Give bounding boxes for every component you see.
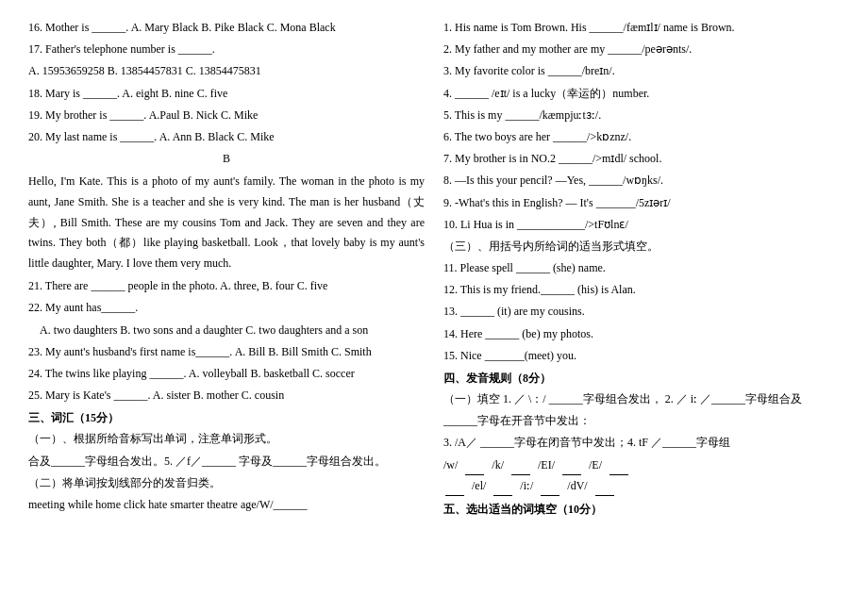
section4-title: 四、发音规则（8分）	[443, 371, 840, 387]
q22-text: My aunt has______.	[45, 301, 138, 314]
section4-sub1-cont: ______字母在开音节中发出：	[443, 412, 840, 430]
phonetic-iz: /iː/	[520, 477, 533, 495]
q17: 17. Father's telephone number is ______.	[28, 41, 425, 58]
q16-num: 16.	[28, 21, 42, 34]
section3-title-text: 三、词汇（15分）	[28, 411, 119, 424]
paragraph-text: Hello, I'm Kate. This is a photo of my a…	[28, 174, 425, 269]
q17-num: 17.	[28, 42, 42, 56]
rq8: 8. —Is this your pencil? —Yes, ______/wɒ…	[443, 172, 840, 190]
rq4-text: 4. ______ /eɪt/ is a lucky（幸运的）number.	[443, 87, 649, 100]
blank-k	[511, 456, 530, 475]
section3-line1-text: 合及______字母组合发出。5. ／f／______ 字母及______字母组…	[28, 455, 386, 468]
rq10-note: （三）、用括号内所给词的适当形式填空。	[443, 238, 840, 256]
q18-num: 18.	[28, 87, 42, 100]
rq1: 1. His name is Tom Brown. His ______/fæm…	[443, 19, 840, 37]
q17-options: A. 15953659258 B. 13854457831 C. 1385447…	[28, 62, 425, 80]
q18: 18. Mary is ______. A. eight B. nine C. …	[28, 85, 425, 103]
blank-iz	[541, 477, 559, 496]
q16-text: Mother is ______. A. Mary Black B. Pike …	[45, 21, 336, 34]
section3-words: meeting while home click hate smarter th…	[28, 496, 425, 514]
q19-text: My brother is ______. A.Paul B. Nick C. …	[45, 108, 258, 122]
q19-num: 19.	[28, 108, 42, 122]
rq7: 7. My brother is in NO.2 ______/>mɪdl/ s…	[443, 150, 840, 168]
rq11: 11. Please spell ______ (she) name.	[443, 259, 840, 277]
blank1	[445, 477, 464, 496]
rq15: 15. Nice _______(meet) you.	[443, 347, 840, 365]
rq6-text: 6. The two boys are her ______/>kɒznz/.	[443, 130, 631, 143]
rq6: 6. The two boys are her ______/>kɒznz/.	[443, 128, 840, 146]
rq10-note-text: （三）、用括号内所给词的适当形式填空。	[443, 240, 659, 253]
section4-title-text: 四、发音规则（8分）	[443, 372, 551, 385]
rq10-text: 10. Li Hua is in ____________/>tFʊlnɛ/	[443, 218, 628, 231]
phonetics-row2: /el/ /iː/ /dV/	[443, 477, 840, 496]
left-column: 16. Mother is ______. A. Mary Black B. P…	[28, 19, 425, 521]
section4-sub2-text: 3. /A／ ______字母在闭音节中发出；4. tF ／______字母组	[443, 436, 730, 449]
q16: 16. Mother is ______. A. Mary Black B. P…	[28, 19, 425, 37]
section3-sub2: （二）将单词按划线部分的发音归类。	[28, 474, 425, 492]
phonetic-ei: /EI/	[538, 456, 555, 474]
q24-text: The twins like playing ______. A. volley…	[45, 367, 355, 380]
q23: 23. My aunt's husband's first name is___…	[28, 343, 425, 361]
rq4: 4. ______ /eɪt/ is a lucky（幸运的）number.	[443, 85, 840, 103]
rq2-text: 2. My father and my mother are my ______…	[443, 42, 692, 56]
rq8-text: 8. —Is this your pencil? —Yes, ______/wɒ…	[443, 174, 663, 187]
q21-text: There are ______ people in the photo. A.…	[45, 279, 328, 292]
q23-text: My aunt's husband's first name is______.…	[45, 345, 372, 358]
q24-num: 24.	[28, 367, 42, 380]
phonetic-w: /w/	[443, 456, 458, 474]
section3-sub2-text: （二）将单词按划线部分的发音归类。	[28, 476, 221, 489]
q17-text: Father's telephone number is ______.	[45, 42, 215, 56]
section5-title-text: 五、选出适当的词填空（10分）	[443, 503, 602, 516]
blank-dv	[595, 477, 614, 496]
q18-text: Mary is ______. A. eight B. nine C. five	[45, 87, 227, 100]
section4-sub2: 3. /A／ ______字母在闭音节中发出；4. tF ／______字母组	[443, 434, 840, 452]
rq12: 12. This is my friend.______ (his) is Al…	[443, 281, 840, 299]
section5-title: 五、选出适当的词填空（10分）	[443, 502, 840, 518]
section4-sub1-cont-text: ______字母在开音节中发出：	[443, 414, 591, 427]
rq2: 2. My father and my mother are my ______…	[443, 41, 840, 58]
section3-line1: 合及______字母组合发出。5. ／f／______ 字母及______字母组…	[28, 453, 425, 471]
rq5: 5. This is my ______/kæmpjuːtɜː/.	[443, 107, 840, 124]
q21-num: 21.	[28, 279, 42, 292]
rq15-text: 15. Nice _______(meet) you.	[443, 349, 576, 362]
rq13-text: 13. ______ (it) are my cousins.	[443, 305, 585, 318]
rq10: 10. Li Hua is in ____________/>tFʊlnɛ/	[443, 216, 840, 234]
q22-options-text: A. two daughters B. two sons and a daugh…	[40, 323, 368, 337]
rq3-text: 3. My favorite color is ______/breɪn/.	[443, 64, 615, 77]
q22-options: A. two daughters B. two sons and a daugh…	[40, 322, 425, 339]
q17-a-label: A.	[28, 64, 40, 77]
blank-el	[493, 477, 512, 496]
section4-sub1: （一）填空 1. ／ \：/ ______字母组合发出， 2. ／ iː ／__…	[443, 390, 840, 408]
section3-title: 三、词汇（15分）	[28, 410, 425, 426]
phonetics-row1: /w/ /k/ /EI/ /E/	[443, 456, 840, 475]
rq1-text: 1. His name is Tom Brown. His ______/fæm…	[443, 21, 735, 34]
q20: 20. My last name is ______. A. Ann B. Bl…	[28, 128, 425, 146]
section3-words-text: meeting while home click hate smarter th…	[28, 498, 308, 511]
q25: 25. Mary is Kate's ______. A. sister B. …	[28, 387, 425, 405]
q25-num: 25.	[28, 389, 42, 402]
rq13: 13. ______ (it) are my cousins.	[443, 303, 840, 321]
q19: 19. My brother is ______. A.Paul B. Nick…	[28, 107, 425, 124]
blank-e	[609, 456, 628, 475]
blank-ei	[562, 456, 581, 475]
section3-sub1-text: （一）、根据所给音标写出单词，注意单词形式。	[28, 432, 277, 445]
right-column: 1. His name is Tom Brown. His ______/fæm…	[443, 19, 840, 521]
rq7-text: 7. My brother is in NO.2 ______/>mɪdl/ s…	[443, 152, 661, 165]
section4-sub1-text: （一）填空 1. ／ \：/ ______字母组合发出， 2. ／ iː ／__…	[443, 392, 802, 405]
phonetic-k: /k/	[492, 456, 504, 474]
phonetic-dv: /dV/	[567, 477, 587, 495]
q20-num: 20.	[28, 130, 42, 143]
q24: 24. The twins like playing ______. A. vo…	[28, 365, 425, 383]
rq12-text: 12. This is my friend.______ (his) is Al…	[443, 283, 636, 296]
blank-w	[465, 456, 484, 475]
rq9-text: 9. -What's this in English? — It's _____…	[443, 196, 671, 209]
rq9: 9. -What's this in English? — It's _____…	[443, 194, 840, 212]
rq3: 3. My favorite color is ______/breɪn/.	[443, 62, 840, 80]
page-container: 16. Mother is ______. A. Mary Black B. P…	[28, 19, 840, 521]
center-b: B	[28, 150, 425, 168]
paragraph: Hello, I'm Kate. This is a photo of my a…	[28, 172, 425, 273]
rq14: 14. Here ______ (be) my photos.	[443, 325, 840, 343]
q20-text: My last name is ______. A. Ann B. Black …	[45, 130, 275, 143]
q22: 22. My aunt has______.	[28, 299, 425, 317]
phonetic-e: /E/	[589, 456, 602, 474]
